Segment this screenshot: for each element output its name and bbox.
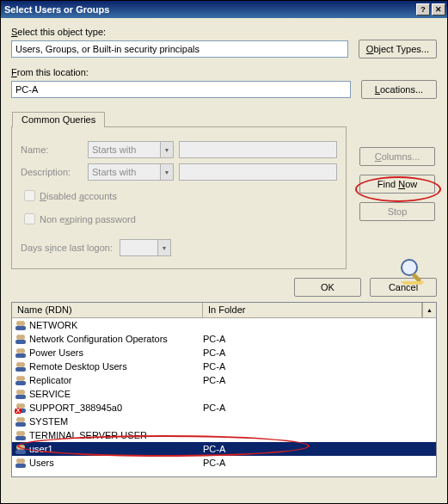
header-name[interactable]: Name (RDN) xyxy=(12,303,203,317)
row-name: SUPPORT_388945a0 xyxy=(29,403,203,413)
table-row[interactable]: ReplicatorPC-A xyxy=(12,373,436,387)
svg-rect-30 xyxy=(15,436,26,440)
header-folder[interactable]: In Folder xyxy=(203,303,422,317)
object-types-button[interactable]: OObject Types...bject Types... xyxy=(359,40,437,58)
close-button[interactable]: ✕ xyxy=(432,3,445,15)
svg-point-0 xyxy=(402,260,417,275)
content-area: SSelect this object type:elect this obje… xyxy=(1,18,447,484)
svg-rect-10 xyxy=(15,353,26,358)
svg-rect-16 xyxy=(15,381,26,385)
locations-button[interactable]: LLocations...ocations... xyxy=(361,80,437,99)
table-row[interactable]: user1PC-A xyxy=(12,442,436,456)
name-label: Name: xyxy=(21,144,83,155)
svg-point-29 xyxy=(20,431,25,436)
user-group-icon xyxy=(14,415,28,427)
table-row[interactable]: Remote Desktop UsersPC-A xyxy=(12,360,436,373)
table-row[interactable]: Network Configuration OperatorsPC-A xyxy=(12,332,436,346)
description-input[interactable] xyxy=(179,163,337,181)
window-title: Select Users or Groups xyxy=(4,4,414,15)
scrollbar-up[interactable]: ▲ xyxy=(422,303,436,317)
row-folder: PC-A xyxy=(203,458,436,468)
table-row[interactable]: NETWORK xyxy=(12,318,436,332)
find-now-button[interactable]: Find Now xyxy=(359,175,435,194)
svg-rect-27 xyxy=(15,422,26,427)
row-name: SYSTEM xyxy=(29,416,203,427)
svg-point-32 xyxy=(20,445,25,450)
row-folder: PC-A xyxy=(203,334,436,344)
row-folder: PC-A xyxy=(203,444,436,454)
row-name: user1 xyxy=(29,444,203,454)
svg-point-15 xyxy=(20,376,25,381)
row-name: SERVICE xyxy=(29,389,203,399)
svg-rect-4 xyxy=(15,326,26,330)
common-queries-group: Common Queries Name: Starts with▼ Descri… xyxy=(11,126,347,269)
name-input[interactable] xyxy=(179,141,337,158)
help-button[interactable]: ? xyxy=(416,3,430,15)
table-row[interactable]: UsersPC-A xyxy=(12,456,436,470)
table-row[interactable]: SYSTEM xyxy=(12,415,436,428)
chevron-down-icon: ▼ xyxy=(160,164,173,180)
name-match-combo[interactable]: Starts with▼ xyxy=(88,141,174,158)
right-button-column: CColumns...olumns... Find Now Stop xyxy=(359,147,437,221)
table-row[interactable]: TERMINAL SERVER USER xyxy=(12,428,436,442)
user-group-icon xyxy=(14,443,28,455)
common-queries-tab[interactable]: Common Queries xyxy=(12,112,105,127)
row-name: Remote Desktop Users xyxy=(29,361,203,372)
user-group-icon xyxy=(14,457,28,469)
row-name: Network Configuration Operators xyxy=(29,334,203,344)
svg-point-6 xyxy=(20,335,25,340)
chevron-down-icon: ▼ xyxy=(160,142,173,157)
row-folder: PC-A xyxy=(203,347,436,358)
stop-button[interactable]: Stop xyxy=(359,202,435,221)
row-folder: PC-A xyxy=(203,361,436,372)
row-folder: PC-A xyxy=(203,403,436,413)
svg-point-26 xyxy=(20,417,25,422)
row-name: Users xyxy=(29,458,203,468)
object-type-field[interactable] xyxy=(11,40,348,58)
row-name: NETWORK xyxy=(29,320,203,330)
results-header: Name (RDN) In Folder ▲ xyxy=(12,303,436,318)
user-group-icon xyxy=(14,429,28,441)
svg-rect-7 xyxy=(15,340,26,344)
chevron-down-icon: ▼ xyxy=(157,240,170,255)
columns-button[interactable]: CColumns...olumns... xyxy=(359,147,435,166)
table-row[interactable]: xSUPPORT_388945a0PC-A xyxy=(12,401,436,415)
object-type-label: SSelect this object type:elect this obje… xyxy=(11,27,437,37)
user-group-icon xyxy=(14,374,28,386)
svg-point-9 xyxy=(20,348,25,353)
dialog-window: Select Users or Groups ? ✕ SSelect this … xyxy=(0,0,448,504)
row-folder: PC-A xyxy=(203,375,436,385)
svg-point-21 xyxy=(20,403,25,409)
svg-rect-13 xyxy=(15,367,26,372)
days-since-logon-label: Days since last logon: xyxy=(21,243,113,253)
user-group-icon: x xyxy=(14,402,28,414)
row-name: Replicator xyxy=(29,375,203,385)
user-group-icon xyxy=(14,319,28,331)
days-since-logon-combo[interactable]: ▼ xyxy=(120,239,171,256)
user-group-icon xyxy=(14,360,28,372)
row-name: TERMINAL SERVER USER xyxy=(29,430,203,440)
results-body[interactable]: NETWORKNetwork Configuration OperatorsPC… xyxy=(12,318,436,476)
svg-rect-19 xyxy=(15,395,26,399)
results-list: Name (RDN) In Folder ▲ NETWORKNetwork Co… xyxy=(11,302,437,477)
description-label: Description: xyxy=(21,167,83,177)
non-expiring-check[interactable] xyxy=(24,213,35,224)
user-group-icon xyxy=(14,388,28,400)
table-row[interactable]: Power UsersPC-A xyxy=(12,346,436,360)
location-label: From this location: xyxy=(11,67,437,77)
disabled-accounts-check[interactable] xyxy=(24,190,35,201)
svg-point-35 xyxy=(20,458,25,464)
titlebar: Select Users or Groups ? ✕ xyxy=(1,1,447,18)
ok-button[interactable]: OK xyxy=(294,278,361,297)
svg-point-3 xyxy=(20,321,25,326)
non-expiring-label: Non expiring password xyxy=(40,214,136,224)
table-row[interactable]: SERVICE xyxy=(12,387,436,401)
user-group-icon xyxy=(14,333,28,345)
row-name: Power Users xyxy=(29,347,203,358)
svg-rect-33 xyxy=(15,450,26,454)
svg-point-12 xyxy=(20,362,25,367)
svg-point-18 xyxy=(20,390,25,395)
location-field[interactable] xyxy=(11,81,351,98)
search-icon xyxy=(397,255,428,286)
desc-match-combo[interactable]: Starts with▼ xyxy=(88,163,174,181)
